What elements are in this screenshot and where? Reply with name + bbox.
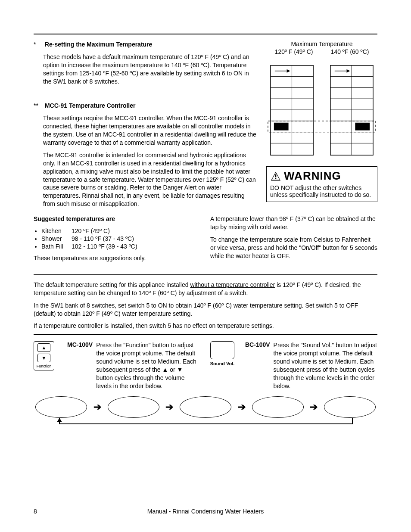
function-button-illustration: ▲ ▼ Function	[34, 341, 59, 390]
page-footer: 8 Manual - Rinnai Condensing Water Heate…	[34, 508, 377, 515]
dip-switch-diagram	[266, 59, 377, 162]
default-p3: If a temperature controller is installed…	[34, 322, 377, 330]
max-temp-title: Maximum Temperature	[266, 40, 377, 47]
svg-rect-23	[355, 123, 370, 131]
loopback-arrow	[34, 418, 377, 430]
section2-heading: MCC-91 Temperature Controller	[45, 102, 136, 109]
flow-oval	[324, 396, 376, 418]
section2-p2: The MCC-91 controller is intended for co…	[34, 151, 258, 208]
flow-oval	[108, 396, 159, 418]
volume-cycle-diagram: ➔ ➔ ➔ ➔	[34, 396, 377, 418]
max-temp-left-label: 120º F (49º C)	[268, 48, 320, 55]
flow-oval	[252, 396, 304, 418]
list-item: Bath Fill102 - 110 ºF (39 - 43 ºC)	[41, 243, 197, 250]
scale-change-note: To change the temperature scale from Cel…	[210, 236, 377, 260]
svg-rect-11	[274, 123, 289, 131]
sound-vol-label: Sound Vol.	[207, 361, 237, 366]
bc-label: BC-100V	[245, 341, 274, 390]
arrow-right-icon: ➔	[93, 401, 101, 413]
mc-text: Press the "Function" button to adjust th…	[96, 341, 199, 390]
warning-box: WARNING DO NOT adjust the other switches…	[266, 166, 377, 202]
sound-vol-button-illustration: Sound Vol.	[207, 341, 237, 390]
top-rule	[34, 34, 377, 34]
up-arrow-icon: ▲	[37, 343, 50, 352]
max-temp-panel: Maximum Temperature 120º F (49º C) 140 º…	[266, 40, 377, 202]
section2-p1: These settings require the MCC-91 contro…	[34, 114, 258, 147]
warning-title: WARNING	[284, 169, 341, 183]
default-p2: In the SW1 bank of 8 switches, set switc…	[34, 302, 377, 318]
warning-heading: WARNING	[270, 169, 374, 183]
arrow-right-icon: ➔	[238, 401, 246, 413]
section1-heading: Re-setting the Maximum Temperature	[45, 41, 152, 48]
mc-label: MC-100V	[67, 341, 96, 390]
svg-marker-10	[287, 69, 290, 73]
suggest-heading: Suggested temperatures are	[34, 215, 197, 223]
list-item: Kitchen120 ºF (49º C)	[41, 227, 197, 234]
suggest-note: These temperatures are suggestions only.	[34, 254, 197, 262]
section2-heading-line: ** MCC-91 Temperature Controller	[34, 102, 258, 110]
svg-rect-27	[275, 174, 277, 177]
underlined-phrase: without a temperature controller	[190, 281, 275, 288]
asterisk-double: **	[34, 102, 43, 110]
footer-title: Manual - Rinnai Condensing Water Heaters	[51, 508, 377, 515]
manual-page: * Re-setting the Maximum Temperature The…	[0, 0, 411, 532]
warning-triangle-icon	[270, 171, 281, 181]
mid-rule	[34, 274, 377, 275]
svg-marker-29	[57, 418, 62, 422]
bc-text: Press the "Sound Vol." button to adjust …	[274, 341, 377, 390]
section1-body: These models have a default maximum temp…	[34, 53, 258, 86]
list-item: Shower98 - 110 ºF (37 - 43 ºC)	[41, 235, 197, 242]
flow-oval	[180, 396, 231, 418]
page-number: 8	[34, 508, 51, 515]
arrow-right-icon: ➔	[165, 401, 173, 413]
bottom-rule	[34, 334, 377, 335]
arrow-right-icon: ➔	[310, 401, 318, 413]
suggest-list: Kitchen120 ºF (49º C) Shower98 - 110 ºF …	[41, 227, 197, 250]
warning-body: DO NOT adjust the other switches unless …	[270, 184, 374, 198]
sound-vol-box-icon	[210, 341, 234, 359]
max-temp-right-label: 140 ºF (60 ºC)	[324, 48, 376, 55]
flow-oval	[35, 396, 87, 418]
svg-marker-22	[347, 69, 350, 73]
section1-heading-line: * Re-setting the Maximum Temperature	[34, 40, 258, 49]
function-label: Function	[37, 364, 52, 368]
dip-switch-svg	[266, 59, 377, 162]
down-arrow-icon: ▼	[37, 354, 50, 362]
asterisk-single: *	[34, 40, 43, 49]
default-p1: The default temperature setting for this…	[34, 281, 377, 297]
mixing-note: A temperature lower than 98º F (37º C) c…	[210, 215, 377, 231]
svg-rect-28	[275, 178, 277, 179]
